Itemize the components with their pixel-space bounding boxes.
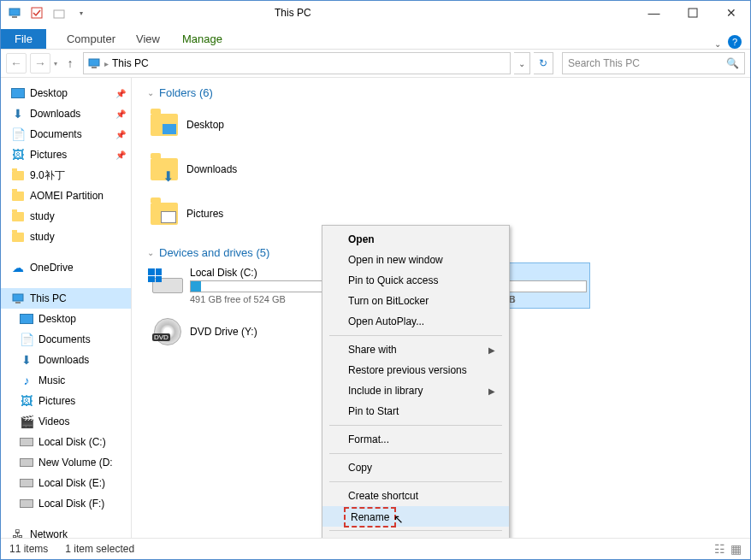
document-icon: 📄 <box>20 333 33 346</box>
ctx-copy[interactable]: Copy <box>322 457 509 478</box>
ribbon-tab-manage[interactable]: Manage <box>172 29 233 49</box>
svg-rect-4 <box>689 9 697 17</box>
tree-pc-documents[interactable]: 📄Documents <box>1 329 131 350</box>
nav-up-button[interactable]: ↑ <box>61 54 80 73</box>
download-icon: ⬇ <box>20 353 33 367</box>
pictures-icon: 🖼 <box>20 394 33 408</box>
tree-pc-drive-d[interactable]: New Volume (D: <box>1 452 131 473</box>
qat-dropdown-icon[interactable]: ▾ <box>73 4 90 21</box>
ctx-open[interactable]: Open <box>322 229 509 250</box>
ctx-properties[interactable]: Properties <box>322 534 509 538</box>
window-title: This PC <box>275 7 311 19</box>
ctx-format[interactable]: Format... <box>322 429 509 450</box>
qat-properties-icon[interactable] <box>28 4 45 21</box>
nav-tree: Desktop📌 ⬇Downloads📌 📄Documents📌 🖼Pictur… <box>1 78 132 538</box>
onedrive-icon: ☁ <box>11 261 25 274</box>
download-icon: ⬇ <box>11 107 25 121</box>
chevron-right-icon: ▶ <box>488 386 495 396</box>
refresh-button[interactable]: ↻ <box>534 52 553 74</box>
videos-icon: 🎬 <box>20 415 33 428</box>
tree-onedrive[interactable]: ☁OneDrive <box>1 257 131 278</box>
ctx-pin-start[interactable]: Pin to Start <box>322 401 509 421</box>
view-details-button[interactable]: ☷ <box>714 542 725 556</box>
folders-group-header[interactable]: ⌄Folders (6) <box>132 83 750 103</box>
svg-rect-3 <box>54 10 64 18</box>
explorer-window: ▾ Drive Tools This PC — ✕ File Computer … <box>0 0 751 560</box>
network-icon: 🖧 <box>11 528 25 538</box>
search-placeholder: Search This PC <box>568 57 726 69</box>
tree-pc-pictures[interactable]: 🖼Pictures <box>1 391 131 411</box>
maximize-button[interactable] <box>673 1 712 25</box>
svg-rect-1 <box>12 16 17 18</box>
chevron-right-icon: ▶ <box>488 345 495 355</box>
windows-icon <box>148 268 162 282</box>
tree-folder[interactable]: study <box>1 227 131 247</box>
minimize-button[interactable]: — <box>635 1 673 25</box>
document-icon: 📄 <box>11 127 25 141</box>
help-icon[interactable]: ? <box>728 35 742 49</box>
ctx-share-with[interactable]: Share with▶ <box>322 339 509 360</box>
ctx-rename[interactable]: Rename ↖ <box>322 506 509 527</box>
ribbon: File Computer View Manage ⌄ ? <box>1 25 750 50</box>
pin-icon: 📌 <box>115 89 126 98</box>
ribbon-expand-icon[interactable]: ⌄ <box>714 39 721 49</box>
tree-documents[interactable]: 📄Documents📌 <box>1 124 131 144</box>
view-tiles-button[interactable]: ▦ <box>730 542 742 556</box>
tree-desktop[interactable]: Desktop📌 <box>1 83 131 103</box>
ctx-pin-quick-access[interactable]: Pin to Quick access <box>322 270 509 291</box>
folder-tile-desktop[interactable]: Desktop <box>147 103 750 147</box>
ctx-restore-versions[interactable]: Restore previous versions <box>322 360 509 380</box>
titlebar: ▾ Drive Tools This PC — ✕ <box>1 1 750 25</box>
ctx-autoplay[interactable]: Open AutoPlay... <box>322 311 509 332</box>
ribbon-tab-view[interactable]: View <box>126 29 170 49</box>
tree-folder[interactable]: AOMEI Partition <box>1 186 131 206</box>
qat-new-folder-icon[interactable] <box>50 4 68 21</box>
tree-folder[interactable]: 9.0补丁 <box>1 165 131 186</box>
tree-pc-drive-f[interactable]: Local Disk (F:) <box>1 493 131 514</box>
tree-pc-drive-e[interactable]: Local Disk (E:) <box>1 473 131 493</box>
music-icon: ♪ <box>20 374 33 387</box>
tree-pc-drive-c[interactable]: Local Disk (C:) <box>1 432 131 452</box>
nav-back-button[interactable]: ← <box>6 53 27 74</box>
context-menu: Open Open in new window Pin to Quick acc… <box>322 225 510 538</box>
search-box[interactable]: Search This PC 🔍 <box>562 52 745 74</box>
navbar: ← → ▾ ↑ ▸ This PC ⌄ ↻ Search This PC 🔍 <box>1 50 750 78</box>
ctx-include-library[interactable]: Include in library▶ <box>322 380 509 401</box>
tree-this-pc[interactable]: This PC <box>1 288 131 309</box>
tree-pc-videos[interactable]: 🎬Videos <box>1 411 131 432</box>
tree-pc-music[interactable]: ♪Music <box>1 370 131 391</box>
pin-icon: 📌 <box>115 109 126 119</box>
rename-highlight-box: Rename <box>344 507 396 528</box>
content-pane: ⌄Folders (6) Desktop ⬇Downloads Pictures… <box>132 78 750 538</box>
download-icon: ⬇ <box>163 168 176 179</box>
ctx-create-shortcut[interactable]: Create shortcut <box>322 486 509 506</box>
tree-network[interactable]: 🖧Network <box>1 524 131 538</box>
folder-tile-downloads[interactable]: ⬇Downloads <box>147 147 750 192</box>
qat-pc-icon[interactable] <box>6 4 23 21</box>
ctx-bitlocker[interactable]: Turn on BitLocker <box>322 291 509 311</box>
tree-folder[interactable]: study <box>1 206 131 227</box>
svg-rect-6 <box>92 67 97 68</box>
file-tab[interactable]: File <box>1 29 46 49</box>
pin-icon: 📌 <box>115 150 126 160</box>
close-button[interactable]: ✕ <box>712 1 750 25</box>
address-bar[interactable]: ▸ This PC <box>83 52 511 74</box>
pin-icon: 📌 <box>115 130 126 139</box>
svg-rect-8 <box>15 302 21 304</box>
tree-downloads[interactable]: ⬇Downloads📌 <box>1 103 131 124</box>
chevron-down-icon: ⌄ <box>147 248 154 257</box>
tree-pc-downloads[interactable]: ⬇Downloads <box>1 350 131 370</box>
nav-forward-button[interactable]: → <box>30 53 50 74</box>
svg-rect-2 <box>32 8 42 18</box>
ctx-open-new-window[interactable]: Open in new window <box>322 250 509 270</box>
tree-pc-desktop[interactable]: Desktop <box>1 309 131 329</box>
search-icon: 🔍 <box>726 57 739 69</box>
ribbon-tab-computer[interactable]: Computer <box>56 29 126 49</box>
tree-pictures[interactable]: 🖼Pictures📌 <box>1 144 131 165</box>
address-dropdown[interactable]: ⌄ <box>514 52 530 74</box>
svg-rect-5 <box>89 59 99 66</box>
status-selected-count: 1 item selected <box>65 543 134 555</box>
svg-rect-7 <box>13 294 23 301</box>
chevron-down-icon: ⌄ <box>147 88 154 97</box>
nav-history-dropdown[interactable]: ▾ <box>54 60 57 68</box>
